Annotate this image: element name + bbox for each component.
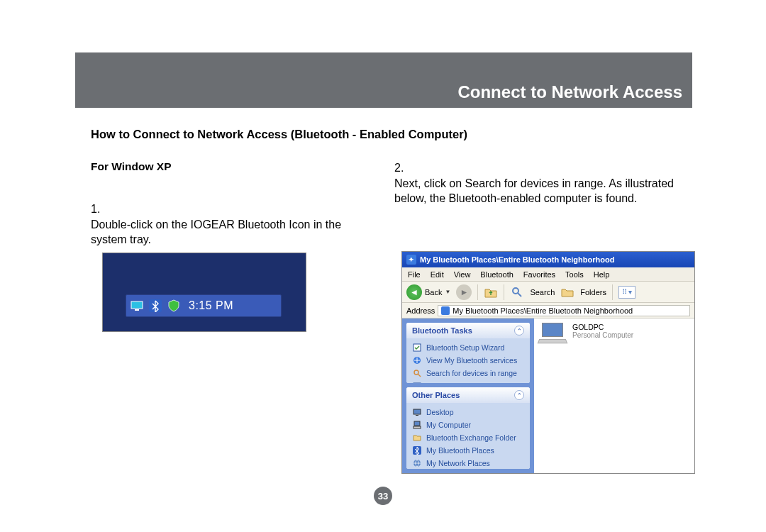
toolbar: ◄ Back ▼ ► Search Folders ⠿ ▾ (402, 282, 694, 303)
back-label: Back (425, 288, 442, 297)
sidebar-item-label: My Network Places (426, 459, 490, 467)
step-1: 1. Double-click on the IOGEAR Bluetooth … (91, 201, 360, 248)
sidebar-item[interactable]: View or modify configuration (406, 379, 530, 383)
folders-button[interactable]: Folders (580, 288, 606, 297)
step-2-text: Next, click on Search for devices in ran… (394, 176, 674, 206)
back-button[interactable]: ◄ Back ▼ (406, 284, 450, 300)
sidebar-item-label: View My Bluetooth services (426, 356, 517, 365)
folders-icon (560, 285, 574, 299)
tray-clock: 3:15 PM (189, 299, 233, 312)
panel-other-places: Other Places ⌃ DesktopMy ComputerBluetoo… (406, 387, 530, 469)
sidebar-item-label: My Computer (426, 421, 471, 429)
sidebar-item-label: Bluetooth Exchange Folder (426, 433, 516, 442)
computer-icon (538, 323, 567, 344)
step-2: 2. Next, click on Search for devices in … (394, 160, 692, 206)
toolbar-separator (477, 284, 478, 300)
screenshot-systray: 3:15 PM (102, 253, 306, 332)
menu-favorites[interactable]: Favorites (523, 270, 555, 279)
wizard-icon (412, 343, 422, 353)
sidebar: Bluetooth Tasks ⌃ Bluetooth Setup Wizard… (402, 318, 534, 473)
sidebar-item-label: Search for devices in range (426, 369, 517, 377)
system-tray: 3:15 PM (126, 294, 282, 317)
bluetooth-icon (148, 298, 163, 314)
section-heading: How to Connect to Network Access (Blueto… (91, 128, 467, 141)
window-icon: ✦ (406, 255, 416, 265)
sidebar-item[interactable]: View My Bluetooth services (406, 354, 530, 367)
sidebar-item-label: Desktop (426, 408, 454, 416)
toolbar-separator (612, 284, 613, 300)
svg-line-8 (418, 374, 421, 377)
page-title: Connect to Network Access (75, 77, 692, 108)
menu-view[interactable]: View (454, 270, 471, 279)
step-1-number: 1. (91, 201, 106, 217)
panel-title: Bluetooth Tasks (412, 326, 472, 335)
content-pane: GOLDPC Personal Computer (534, 318, 694, 473)
sidebar-item[interactable]: Desktop (406, 406, 530, 419)
desktop-icon (412, 407, 422, 417)
address-icon (441, 306, 450, 315)
sidebar-item[interactable]: Bluetooth Setup Wizard (406, 341, 530, 354)
menu-bar: File Edit View Bluetooth Favorites Tools… (402, 267, 694, 282)
svg-rect-11 (413, 409, 421, 414)
config-icon (412, 381, 422, 383)
device-type: Personal Computer (572, 331, 633, 339)
search-icon (510, 285, 524, 299)
shield-icon (166, 298, 182, 314)
collapse-icon[interactable]: ⌃ (514, 326, 524, 336)
toolbar-separator (504, 284, 504, 300)
services-icon (412, 355, 422, 365)
step-2-number: 2. (394, 160, 410, 176)
network-places-icon (412, 458, 422, 468)
address-input[interactable]: My Bluetooth Places\Entire Bluetooth Nei… (438, 305, 690, 316)
display-icon (129, 298, 145, 314)
folder-icon (412, 433, 422, 443)
window-titlebar: ✦ My Bluetooth Places\Entire Bluetooth N… (402, 252, 694, 267)
svg-rect-5 (413, 344, 421, 351)
panel-title: Other Places (412, 391, 460, 399)
menu-edit[interactable]: Edit (431, 270, 444, 279)
bt-places-icon (412, 445, 422, 455)
screenshot-explorer: ✦ My Bluetooth Places\Entire Bluetooth N… (401, 251, 695, 474)
panel-header[interactable]: Other Places ⌃ (406, 387, 530, 403)
sidebar-item[interactable]: My Network Places (406, 457, 530, 469)
collapse-icon[interactable]: ⌃ (514, 390, 524, 400)
mycomputer-icon (412, 420, 422, 430)
sidebar-item[interactable]: My Bluetooth Places (406, 444, 530, 457)
views-button[interactable]: ⠿ ▾ (618, 286, 635, 299)
svg-line-4 (518, 293, 521, 297)
svg-rect-12 (416, 415, 418, 416)
panel-bluetooth-tasks: Bluetooth Tasks ⌃ Bluetooth Setup Wizard… (406, 323, 530, 383)
sidebar-item[interactable]: Search for devices in range (406, 367, 530, 379)
menu-file[interactable]: File (408, 270, 421, 279)
svg-rect-14 (413, 426, 421, 428)
menu-tools[interactable]: Tools (565, 270, 584, 279)
address-value: My Bluetooth Places\Entire Bluetooth Nei… (453, 306, 633, 315)
forward-button[interactable]: ► (456, 284, 472, 300)
panel-header[interactable]: Bluetooth Tasks ⌃ (406, 323, 530, 338)
menu-help[interactable]: Help (594, 270, 610, 279)
menu-bluetooth[interactable]: Bluetooth (480, 270, 513, 279)
sidebar-item-label: Bluetooth Setup Wizard (426, 343, 504, 352)
window-title: My Bluetooth Places\Entire Bluetooth Nei… (420, 255, 614, 264)
device-item[interactable]: GOLDPC Personal Computer (538, 323, 690, 344)
address-bar: Address My Bluetooth Places\Entire Bluet… (402, 303, 694, 318)
search-devices-icon (412, 368, 422, 378)
svg-rect-0 (131, 301, 143, 309)
svg-rect-1 (135, 309, 139, 311)
search-button[interactable]: Search (530, 288, 555, 297)
sidebar-item[interactable]: Bluetooth Exchange Folder (406, 431, 530, 444)
step-1-text: Double-click on the IOGEAR Bluetooth Ico… (91, 217, 342, 248)
address-label: Address (406, 306, 435, 315)
up-folder-button[interactable] (484, 285, 498, 299)
page-number: 33 (374, 487, 392, 505)
sidebar-item-label: View or modify configuration (426, 382, 520, 383)
sidebar-item-label: My Bluetooth Places (426, 446, 494, 455)
back-icon: ◄ (406, 284, 422, 300)
device-name: GOLDPC (572, 323, 633, 331)
svg-rect-13 (414, 421, 420, 426)
os-subheading: For Window XP (91, 160, 172, 173)
sidebar-item[interactable]: My Computer (406, 419, 530, 431)
svg-point-3 (513, 288, 518, 294)
